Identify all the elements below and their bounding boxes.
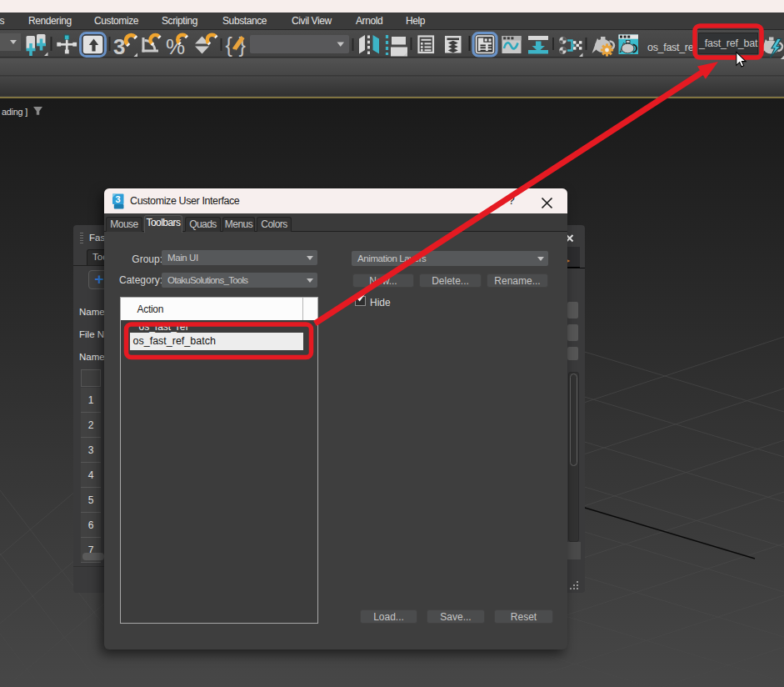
svg-text:3: 3 xyxy=(115,194,120,204)
